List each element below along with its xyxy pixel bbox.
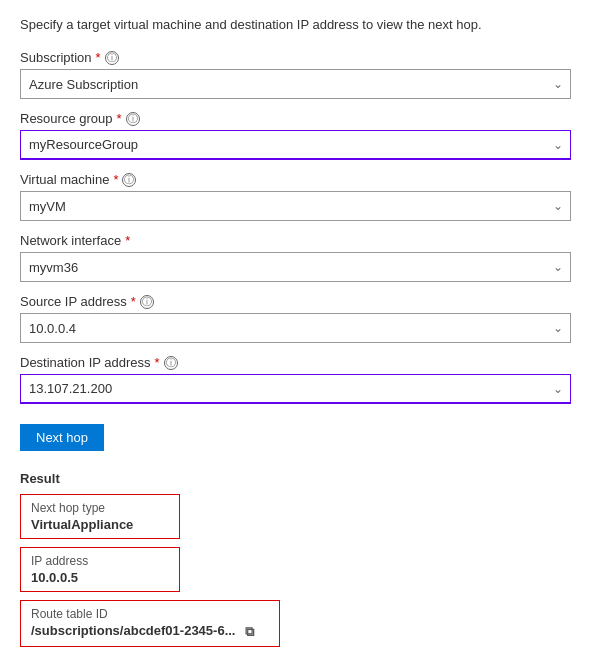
source-ip-field: Source IP address * ⓘ 10.0.0.4 ⌄ xyxy=(20,294,571,343)
network-interface-dropdown[interactable]: myvm36 xyxy=(20,252,571,282)
next-hop-type-card: Next hop type VirtualAppliance xyxy=(20,494,180,539)
destination-ip-dropdown-wrapper: 13.107.21.200 ⌄ xyxy=(20,374,571,404)
destination-ip-label: Destination IP address * ⓘ xyxy=(20,355,571,370)
copy-icon[interactable]: ⧉ xyxy=(245,624,254,640)
virtual-machine-field: Virtual machine * ⓘ myVM ⌄ xyxy=(20,172,571,221)
virtual-machine-required: * xyxy=(113,172,118,187)
source-ip-dropdown[interactable]: 10.0.0.4 xyxy=(20,313,571,343)
destination-ip-required: * xyxy=(155,355,160,370)
network-interface-field: Network interface * myvm36 ⌄ xyxy=(20,233,571,282)
ip-address-card: IP address 10.0.0.5 xyxy=(20,547,180,592)
resource-group-required: * xyxy=(117,111,122,126)
resource-group-info-icon[interactable]: ⓘ xyxy=(126,112,140,126)
resource-group-label: Resource group * ⓘ xyxy=(20,111,571,126)
next-hop-type-label: Next hop type xyxy=(31,501,169,515)
next-hop-button[interactable]: Next hop xyxy=(20,424,104,451)
resource-group-field: Resource group * ⓘ myResourceGroup ⌄ xyxy=(20,111,571,160)
virtual-machine-label: Virtual machine * ⓘ xyxy=(20,172,571,187)
destination-ip-field: Destination IP address * ⓘ 13.107.21.200… xyxy=(20,355,571,404)
route-table-id-label: Route table ID xyxy=(31,607,269,621)
virtual-machine-dropdown-wrapper: myVM ⌄ xyxy=(20,191,571,221)
resource-group-dropdown-wrapper: myResourceGroup ⌄ xyxy=(20,130,571,160)
result-section: Result Next hop type VirtualAppliance IP… xyxy=(20,471,571,655)
subscription-dropdown-wrapper: Azure Subscription ⌄ xyxy=(20,69,571,99)
subscription-info-icon[interactable]: ⓘ xyxy=(105,51,119,65)
network-interface-label: Network interface * xyxy=(20,233,571,248)
virtual-machine-info-icon[interactable]: ⓘ xyxy=(122,173,136,187)
destination-ip-dropdown[interactable]: 13.107.21.200 xyxy=(20,374,571,404)
destination-ip-info-icon[interactable]: ⓘ xyxy=(164,356,178,370)
resource-group-dropdown[interactable]: myResourceGroup xyxy=(20,130,571,160)
route-table-id-card: Route table ID /subscriptions/abcdef01-2… xyxy=(20,600,280,647)
source-ip-required: * xyxy=(131,294,136,309)
description: Specify a target virtual machine and des… xyxy=(20,16,571,34)
network-interface-dropdown-wrapper: myvm36 ⌄ xyxy=(20,252,571,282)
subscription-dropdown[interactable]: Azure Subscription xyxy=(20,69,571,99)
source-ip-dropdown-wrapper: 10.0.0.4 ⌄ xyxy=(20,313,571,343)
source-ip-label: Source IP address * ⓘ xyxy=(20,294,571,309)
result-section-label: Result xyxy=(20,471,571,486)
virtual-machine-dropdown[interactable]: myVM xyxy=(20,191,571,221)
network-interface-required: * xyxy=(125,233,130,248)
subscription-required: * xyxy=(96,50,101,65)
source-ip-info-icon[interactable]: ⓘ xyxy=(140,295,154,309)
next-hop-type-value: VirtualAppliance xyxy=(31,517,169,532)
ip-address-label: IP address xyxy=(31,554,169,568)
ip-address-value: 10.0.0.5 xyxy=(31,570,169,585)
subscription-label: Subscription * ⓘ xyxy=(20,50,571,65)
subscription-field: Subscription * ⓘ Azure Subscription ⌄ xyxy=(20,50,571,99)
route-table-id-value: /subscriptions/abcdef01-2345-6... ⧉ xyxy=(31,623,269,640)
